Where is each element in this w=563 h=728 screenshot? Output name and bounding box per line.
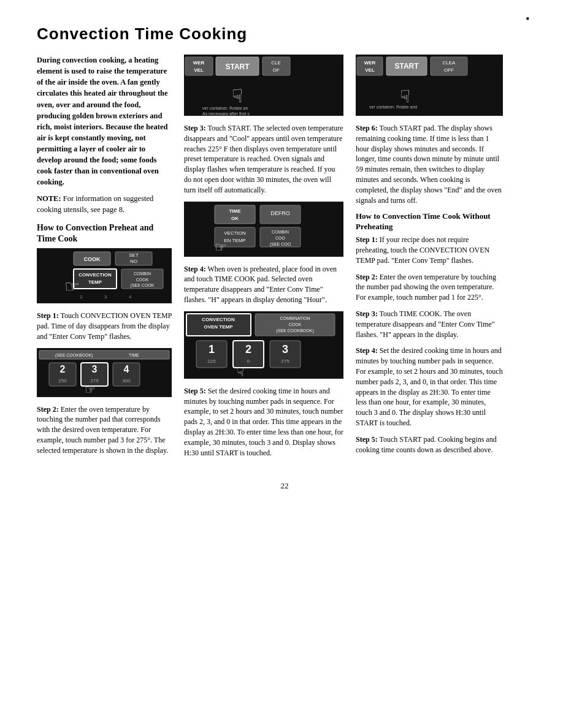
svg-text:CONVECTION: CONVECTION <box>202 317 235 322</box>
page-title: Convection Time Cooking <box>37 25 532 44</box>
step4-body: When oven is preheated, place food in ov… <box>184 265 337 304</box>
svg-text:COMBINATION: COMBINATION <box>280 316 310 320</box>
svg-text:OVEN TEMP: OVEN TEMP <box>204 324 233 330</box>
page-number: 22 <box>37 476 532 491</box>
step6-label: Step 6: <box>356 124 378 132</box>
step6-body: Touch START pad. The display shows remai… <box>356 124 502 205</box>
col-left: During convection cooking, a heating ele… <box>37 55 172 464</box>
step1-label: Step 1: <box>37 311 59 320</box>
wopreheat-step4-label: Step 4: <box>356 346 378 355</box>
oven-image-4: TIME OK DEFRO VECTION EN TEMP COMBIN COO… <box>184 202 343 257</box>
svg-text:2: 2 <box>60 364 66 374</box>
col-mid: WER VEL START CLE OF ☟ ver container. Ro… <box>184 55 343 464</box>
svg-text:START: START <box>394 62 419 70</box>
oven-image-6: WER VEL START CLEA OFF ☟ ver container. … <box>356 55 503 116</box>
svg-text:VECTION: VECTION <box>224 230 246 236</box>
svg-text:TIME: TIME <box>129 353 139 357</box>
step1-text: Step 1: Touch CONVECTION OVEN TEMP pad. … <box>37 311 172 341</box>
svg-text:CLEA: CLEA <box>443 60 456 66</box>
svg-text:(SEE COO: (SEE COO <box>270 242 291 247</box>
wopreheat-step1-label: Step 1: <box>356 235 378 244</box>
note-label: NOTE: <box>37 194 61 203</box>
wopreheat-step5: Step 5: Touch START pad. Cooking begins … <box>356 434 503 455</box>
wopreheat-step1: Step 1: If your recipe does not require … <box>356 235 503 265</box>
svg-text:OK: OK <box>231 216 239 221</box>
step2-label: Step 2: <box>37 405 59 414</box>
wopreheat-step4: Step 4: Set the desired cooking time in … <box>356 346 503 428</box>
section2-head: How to Convection Time Cook Without Preh… <box>356 211 503 232</box>
wopreheat-step2-label: Step 2: <box>356 273 378 281</box>
step2-text: Step 2: Enter the oven temperature by to… <box>37 404 172 456</box>
svg-text:☟: ☟ <box>400 87 410 106</box>
content-grid: During convection cooking, a heating ele… <box>37 55 532 464</box>
step4-text: Step 4: When oven is preheated, place fo… <box>184 264 343 305</box>
svg-text:☟: ☟ <box>237 365 244 379</box>
svg-text:COOK: COOK <box>289 322 302 327</box>
svg-text:275: 275 <box>281 358 289 364</box>
svg-text:COO: COO <box>275 236 286 240</box>
bullet-dot: • <box>526 13 529 25</box>
svg-text:3: 3 <box>104 294 107 300</box>
svg-text:225: 225 <box>207 358 216 364</box>
svg-text:(SEE COOK: (SEE COOK <box>131 283 155 288</box>
svg-text:4: 4 <box>124 364 129 374</box>
svg-text:OFF: OFF <box>444 67 454 73</box>
svg-text:As necessary after first s: As necessary after first s <box>202 112 250 116</box>
section-head-preheat: How to Convection Preheat and Time Cook <box>37 222 172 245</box>
svg-text:300: 300 <box>122 378 131 384</box>
svg-text:ver container. Rotate and: ver container. Rotate and <box>369 105 417 109</box>
step3-text: Step 3: Touch START. The selected oven t… <box>184 123 343 195</box>
step4-label: Step 4: <box>184 265 206 273</box>
svg-text:(SEE COOKBOOK): (SEE COOKBOOK) <box>276 328 313 333</box>
wopreheat-step2: Step 2: Enter the oven temperature by to… <box>356 272 503 303</box>
svg-text:2: 2 <box>245 343 251 355</box>
svg-text:COMBIN: COMBIN <box>272 230 289 234</box>
svg-text:NO: NO <box>130 259 137 264</box>
svg-text:TIME: TIME <box>229 208 241 214</box>
oven-image-2: (SEE COOKBOOK) TIME 2 250 3 275 4 300 ☞ <box>37 348 172 397</box>
step6-text: Step 6: Touch START pad. The display sho… <box>356 123 503 205</box>
svg-text:CLE: CLE <box>271 60 281 66</box>
wopreheat-step3-label: Step 3: <box>356 309 378 318</box>
svg-text:1: 1 <box>209 343 215 355</box>
svg-text:☞: ☞ <box>215 240 227 255</box>
svg-text:☟: ☟ <box>232 86 243 106</box>
svg-text:(SEE COOKBOOK): (SEE COOKBOOK) <box>55 353 93 358</box>
wopreheat-step3: Step 3: Touch TIME COOK. The oven temper… <box>356 309 503 339</box>
wopreheat-step4-body: Set the desired cooking time in hours an… <box>356 346 503 427</box>
svg-text:VEL: VEL <box>365 67 375 73</box>
oven-image-3: WER VEL START CLE OF ☟ ver container. Ro… <box>184 55 343 116</box>
oven-image-5: CONVECTION OVEN TEMP COMBINATION COOK (S… <box>184 311 343 379</box>
svg-text:TEMP: TEMP <box>88 279 102 285</box>
svg-text:COOK: COOK <box>136 278 149 282</box>
svg-text:OF: OF <box>272 67 279 73</box>
svg-text:SET: SET <box>129 252 139 258</box>
svg-text:0: 0 <box>247 358 250 364</box>
svg-text:250: 250 <box>58 378 67 384</box>
wopreheat-step5-label: Step 5: <box>356 435 378 444</box>
svg-text:4: 4 <box>129 294 132 300</box>
intro-paragraph: During convection cooking, a heating ele… <box>37 55 172 188</box>
svg-text:3: 3 <box>92 364 98 374</box>
step3-label: Step 3: <box>184 124 206 132</box>
step5-body: Set the desired cooking time in hours an… <box>184 387 343 457</box>
intro-bold-text: During convection cooking, a heating ele… <box>37 56 168 186</box>
svg-text:WER: WER <box>193 60 205 66</box>
svg-text:WER: WER <box>364 60 376 66</box>
svg-text:CONVECTION: CONVECTION <box>79 272 112 278</box>
svg-text:START: START <box>225 63 250 71</box>
page-content: • Convection Time Cooking During convect… <box>0 0 563 521</box>
step5-label: Step 5: <box>184 387 206 395</box>
svg-text:☞: ☞ <box>64 277 80 296</box>
svg-text:VEL: VEL <box>194 67 204 73</box>
svg-text:COOK: COOK <box>84 256 101 262</box>
step5-text: Step 5: Set the desired cooking time in … <box>184 386 343 458</box>
step3-body: Touch START. The selected oven temperatu… <box>184 124 343 194</box>
svg-text:☞: ☞ <box>85 383 96 396</box>
svg-text:ver container. Rotate an: ver container. Rotate an <box>202 106 248 110</box>
svg-text:3: 3 <box>282 343 288 355</box>
svg-text:2: 2 <box>80 294 83 300</box>
svg-text:EN TEMP: EN TEMP <box>224 238 245 243</box>
oven-image-1: COOK SET NO CONVECTION TEMP COMBIN COOK … <box>37 248 172 303</box>
col-right: WER VEL START CLEA OFF ☟ ver container. … <box>356 55 503 464</box>
